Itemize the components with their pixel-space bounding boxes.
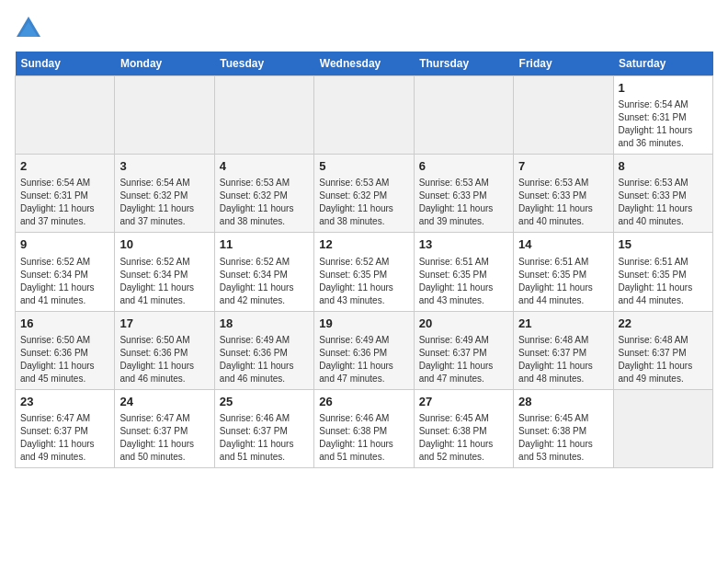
day-info: Sunrise: 6:53 AM Sunset: 6:33 PM Dayligh… <box>518 177 608 228</box>
calendar-cell: 12Sunrise: 6:52 AM Sunset: 6:35 PM Dayli… <box>314 233 414 311</box>
calendar-cell: 14Sunrise: 6:51 AM Sunset: 6:35 PM Dayli… <box>514 233 613 311</box>
calendar-cell: 25Sunrise: 6:46 AM Sunset: 6:37 PM Dayli… <box>214 389 313 467</box>
day-number: 28 <box>518 394 608 410</box>
calendar-cell <box>16 76 115 155</box>
day-info: Sunrise: 6:48 AM Sunset: 6:37 PM Dayligh… <box>619 334 708 385</box>
day-number: 8 <box>619 158 708 175</box>
calendar-cell <box>414 76 513 155</box>
calendar-cell: 26Sunrise: 6:46 AM Sunset: 6:38 PM Dayli… <box>314 389 414 467</box>
calendar-cell: 20Sunrise: 6:49 AM Sunset: 6:37 PM Dayli… <box>414 311 513 389</box>
day-number: 19 <box>319 316 408 332</box>
day-number: 11 <box>220 236 309 253</box>
day-info: Sunrise: 6:47 AM Sunset: 6:37 PM Dayligh… <box>119 412 209 464</box>
day-number: 3 <box>119 158 209 175</box>
day-info: Sunrise: 6:52 AM Sunset: 6:34 PM Dayligh… <box>220 256 309 307</box>
day-info: Sunrise: 6:49 AM Sunset: 6:36 PM Dayligh… <box>319 334 408 385</box>
day-info: Sunrise: 6:51 AM Sunset: 6:35 PM Dayligh… <box>619 256 708 307</box>
day-number: 2 <box>20 158 109 175</box>
day-info: Sunrise: 6:49 AM Sunset: 6:36 PM Dayligh… <box>220 334 309 385</box>
calendar-cell <box>214 76 313 155</box>
day-info: Sunrise: 6:50 AM Sunset: 6:36 PM Dayligh… <box>119 334 209 385</box>
day-number: 23 <box>20 394 109 410</box>
day-info: Sunrise: 6:48 AM Sunset: 6:37 PM Dayligh… <box>518 334 608 385</box>
calendar-cell: 7Sunrise: 6:53 AM Sunset: 6:33 PM Daylig… <box>514 155 613 233</box>
day-number: 12 <box>319 236 408 253</box>
day-number: 15 <box>619 236 708 253</box>
calendar-cell: 18Sunrise: 6:49 AM Sunset: 6:36 PM Dayli… <box>214 311 313 389</box>
day-number: 17 <box>119 316 209 332</box>
day-info: Sunrise: 6:53 AM Sunset: 6:33 PM Dayligh… <box>419 177 508 228</box>
calendar-cell <box>514 76 613 155</box>
calendar-cell: 11Sunrise: 6:52 AM Sunset: 6:34 PM Dayli… <box>214 233 313 311</box>
calendar-cell: 19Sunrise: 6:49 AM Sunset: 6:36 PM Dayli… <box>314 311 414 389</box>
day-number: 22 <box>619 316 708 332</box>
day-number: 25 <box>220 394 309 410</box>
calendar-cell: 6Sunrise: 6:53 AM Sunset: 6:33 PM Daylig… <box>414 155 513 233</box>
day-info: Sunrise: 6:53 AM Sunset: 6:33 PM Dayligh… <box>619 177 708 228</box>
calendar-cell: 3Sunrise: 6:54 AM Sunset: 6:32 PM Daylig… <box>115 155 214 233</box>
calendar-cell: 23Sunrise: 6:47 AM Sunset: 6:37 PM Dayli… <box>16 389 115 467</box>
day-number: 1 <box>619 80 708 97</box>
day-info: Sunrise: 6:50 AM Sunset: 6:36 PM Dayligh… <box>20 334 109 385</box>
day-number: 5 <box>319 158 408 175</box>
calendar-cell: 4Sunrise: 6:53 AM Sunset: 6:32 PM Daylig… <box>214 155 313 233</box>
day-info: Sunrise: 6:45 AM Sunset: 6:38 PM Dayligh… <box>419 412 508 464</box>
days-header-row: SundayMondayTuesdayWednesdayThursdayFrid… <box>16 52 713 76</box>
logo-icon <box>15 15 42 40</box>
day-info: Sunrise: 6:53 AM Sunset: 6:32 PM Dayligh… <box>319 177 408 228</box>
calendar-cell: 17Sunrise: 6:50 AM Sunset: 6:36 PM Dayli… <box>115 311 214 389</box>
calendar-cell: 8Sunrise: 6:53 AM Sunset: 6:33 PM Daylig… <box>613 155 712 233</box>
day-header-thursday: Thursday <box>414 52 513 76</box>
day-header-friday: Friday <box>514 52 613 76</box>
day-number: 6 <box>419 158 508 175</box>
day-info: Sunrise: 6:52 AM Sunset: 6:34 PM Dayligh… <box>20 256 109 307</box>
day-info: Sunrise: 6:49 AM Sunset: 6:37 PM Dayligh… <box>419 334 508 385</box>
day-info: Sunrise: 6:51 AM Sunset: 6:35 PM Dayligh… <box>518 256 608 307</box>
day-number: 21 <box>518 316 608 332</box>
week-row-4: 16Sunrise: 6:50 AM Sunset: 6:36 PM Dayli… <box>16 311 713 389</box>
day-info: Sunrise: 6:54 AM Sunset: 6:31 PM Dayligh… <box>20 177 109 228</box>
day-number: 20 <box>419 316 508 332</box>
calendar-cell: 15Sunrise: 6:51 AM Sunset: 6:35 PM Dayli… <box>613 233 712 311</box>
day-number: 9 <box>20 236 109 253</box>
week-row-3: 9Sunrise: 6:52 AM Sunset: 6:34 PM Daylig… <box>16 233 713 311</box>
calendar-cell <box>613 389 712 467</box>
calendar-cell: 16Sunrise: 6:50 AM Sunset: 6:36 PM Dayli… <box>16 311 115 389</box>
calendar-cell: 24Sunrise: 6:47 AM Sunset: 6:37 PM Dayli… <box>115 389 214 467</box>
day-number: 10 <box>119 236 209 253</box>
day-number: 24 <box>119 394 209 410</box>
day-info: Sunrise: 6:52 AM Sunset: 6:35 PM Dayligh… <box>319 256 408 307</box>
day-info: Sunrise: 6:46 AM Sunset: 6:37 PM Dayligh… <box>220 412 309 464</box>
day-number: 26 <box>319 394 408 410</box>
logo <box>15 15 46 40</box>
calendar-cell: 28Sunrise: 6:45 AM Sunset: 6:38 PM Dayli… <box>514 389 613 467</box>
day-info: Sunrise: 6:54 AM Sunset: 6:31 PM Dayligh… <box>619 98 708 150</box>
calendar-cell: 2Sunrise: 6:54 AM Sunset: 6:31 PM Daylig… <box>16 155 115 233</box>
day-info: Sunrise: 6:51 AM Sunset: 6:35 PM Dayligh… <box>419 256 508 307</box>
day-number: 18 <box>220 316 309 332</box>
calendar-cell: 9Sunrise: 6:52 AM Sunset: 6:34 PM Daylig… <box>16 233 115 311</box>
calendar-cell <box>115 76 214 155</box>
day-header-sunday: Sunday <box>16 52 115 76</box>
calendar-cell <box>314 76 414 155</box>
day-header-saturday: Saturday <box>613 52 712 76</box>
day-number: 4 <box>220 158 309 175</box>
day-info: Sunrise: 6:52 AM Sunset: 6:34 PM Dayligh… <box>119 256 209 307</box>
calendar-cell: 21Sunrise: 6:48 AM Sunset: 6:37 PM Dayli… <box>514 311 613 389</box>
week-row-5: 23Sunrise: 6:47 AM Sunset: 6:37 PM Dayli… <box>16 389 713 467</box>
calendar-cell: 13Sunrise: 6:51 AM Sunset: 6:35 PM Dayli… <box>414 233 513 311</box>
day-number: 7 <box>518 158 608 175</box>
day-header-monday: Monday <box>115 52 214 76</box>
day-info: Sunrise: 6:53 AM Sunset: 6:32 PM Dayligh… <box>220 177 309 228</box>
calendar-cell: 1Sunrise: 6:54 AM Sunset: 6:31 PM Daylig… <box>613 76 712 155</box>
day-number: 13 <box>419 236 508 253</box>
day-info: Sunrise: 6:54 AM Sunset: 6:32 PM Dayligh… <box>119 177 209 228</box>
day-number: 27 <box>419 394 508 410</box>
day-header-wednesday: Wednesday <box>314 52 414 76</box>
calendar-table: SundayMondayTuesdayWednesdayThursdayFrid… <box>15 52 713 468</box>
week-row-1: 1Sunrise: 6:54 AM Sunset: 6:31 PM Daylig… <box>16 76 713 155</box>
calendar-cell: 10Sunrise: 6:52 AM Sunset: 6:34 PM Dayli… <box>115 233 214 311</box>
day-header-tuesday: Tuesday <box>214 52 313 76</box>
calendar-cell: 27Sunrise: 6:45 AM Sunset: 6:38 PM Dayli… <box>414 389 513 467</box>
day-info: Sunrise: 6:45 AM Sunset: 6:38 PM Dayligh… <box>518 412 608 464</box>
